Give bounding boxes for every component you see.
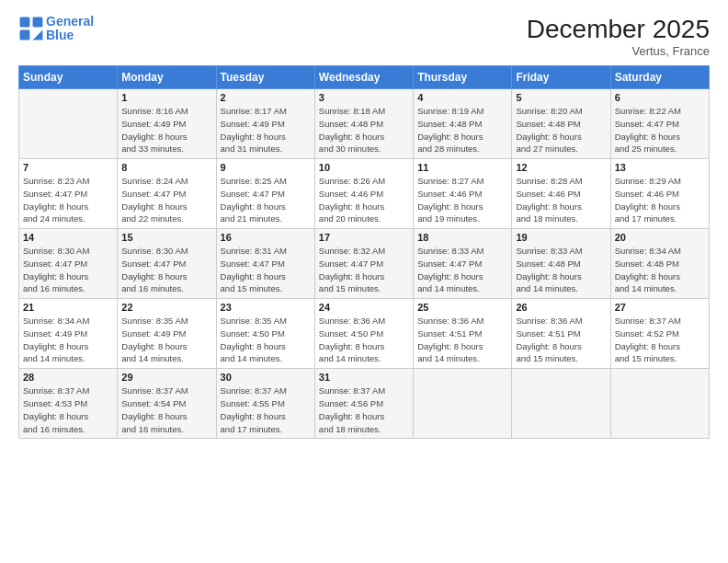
calendar-body: 1Sunrise: 8:16 AM Sunset: 4:49 PM Daylig…: [19, 89, 710, 439]
cell-w1-d6: 13Sunrise: 8:29 AM Sunset: 4:46 PM Dayli…: [610, 159, 709, 229]
cell-w3-d3: 24Sunrise: 8:36 AM Sunset: 4:50 PM Dayli…: [314, 299, 413, 369]
svg-marker-3: [33, 30, 43, 40]
cell-w2-d6: 20Sunrise: 8:34 AM Sunset: 4:48 PM Dayli…: [610, 229, 709, 299]
cell-w3-d1: 22Sunrise: 8:35 AM Sunset: 4:49 PM Dayli…: [118, 299, 216, 369]
day-info: Sunrise: 8:35 AM Sunset: 4:50 PM Dayligh…: [221, 315, 311, 365]
header-thursday: Thursday: [414, 66, 512, 89]
day-info: Sunrise: 8:30 AM Sunset: 4:47 PM Dayligh…: [121, 245, 211, 295]
cell-w0-d6: 6Sunrise: 8:22 AM Sunset: 4:47 PM Daylig…: [610, 89, 709, 159]
day-number: 2: [221, 92, 311, 103]
day-info: Sunrise: 8:36 AM Sunset: 4:50 PM Dayligh…: [319, 315, 409, 365]
day-info: Sunrise: 8:20 AM Sunset: 4:48 PM Dayligh…: [516, 105, 606, 155]
logo-text: General Blue: [46, 15, 94, 43]
day-info: Sunrise: 8:30 AM Sunset: 4:47 PM Dayligh…: [23, 245, 113, 295]
day-info: Sunrise: 8:22 AM Sunset: 4:47 PM Dayligh…: [615, 105, 705, 155]
day-info: Sunrise: 8:32 AM Sunset: 4:47 PM Dayligh…: [319, 245, 409, 295]
day-number: 1: [121, 92, 211, 103]
day-number: 8: [121, 162, 211, 173]
cell-w3-d5: 26Sunrise: 8:36 AM Sunset: 4:51 PM Dayli…: [512, 299, 610, 369]
day-number: 12: [516, 162, 606, 173]
day-number: 4: [417, 92, 507, 103]
cell-w2-d4: 18Sunrise: 8:33 AM Sunset: 4:47 PM Dayli…: [414, 229, 512, 299]
day-number: 11: [417, 162, 507, 173]
day-info: Sunrise: 8:34 AM Sunset: 4:48 PM Dayligh…: [615, 245, 705, 295]
cell-w3-d6: 27Sunrise: 8:37 AM Sunset: 4:52 PM Dayli…: [610, 299, 709, 369]
day-number: 25: [417, 302, 507, 313]
cell-w1-d0: 7Sunrise: 8:23 AM Sunset: 4:47 PM Daylig…: [19, 159, 118, 229]
header-wednesday: Wednesday: [314, 66, 413, 89]
cell-w1-d5: 12Sunrise: 8:28 AM Sunset: 4:46 PM Dayli…: [512, 159, 610, 229]
day-info: Sunrise: 8:33 AM Sunset: 4:48 PM Dayligh…: [516, 245, 606, 295]
day-info: Sunrise: 8:25 AM Sunset: 4:47 PM Dayligh…: [221, 175, 311, 225]
day-number: 18: [417, 232, 507, 243]
cell-w1-d3: 10Sunrise: 8:26 AM Sunset: 4:46 PM Dayli…: [314, 159, 413, 229]
cell-w0-d4: 4Sunrise: 8:19 AM Sunset: 4:48 PM Daylig…: [414, 89, 512, 159]
cell-w0-d5: 5Sunrise: 8:20 AM Sunset: 4:48 PM Daylig…: [512, 89, 610, 159]
day-number: 23: [221, 302, 311, 313]
day-number: 6: [615, 92, 705, 103]
cell-w3-d4: 25Sunrise: 8:36 AM Sunset: 4:51 PM Dayli…: [414, 299, 512, 369]
cell-w4-d3: 31Sunrise: 8:37 AM Sunset: 4:56 PM Dayli…: [314, 369, 413, 439]
location: Vertus, France: [527, 44, 710, 58]
cell-w4-d5: [512, 369, 610, 439]
day-info: Sunrise: 8:36 AM Sunset: 4:51 PM Dayligh…: [417, 315, 507, 365]
header: General Blue December 2025 Vertus, Franc…: [18, 15, 710, 58]
day-info: Sunrise: 8:37 AM Sunset: 4:54 PM Dayligh…: [121, 385, 211, 435]
day-info: Sunrise: 8:37 AM Sunset: 4:56 PM Dayligh…: [319, 385, 409, 435]
day-info: Sunrise: 8:34 AM Sunset: 4:49 PM Dayligh…: [23, 315, 113, 365]
title-block: December 2025 Vertus, France: [527, 15, 710, 58]
day-number: 3: [319, 92, 409, 103]
month-title: December 2025: [527, 15, 710, 44]
day-number: 29: [121, 372, 211, 383]
day-number: 5: [516, 92, 606, 103]
cell-w4-d4: [414, 369, 512, 439]
calendar-header: Sunday Monday Tuesday Wednesday Thursday…: [19, 66, 710, 89]
day-number: 19: [516, 232, 606, 243]
day-info: Sunrise: 8:26 AM Sunset: 4:46 PM Dayligh…: [319, 175, 409, 225]
day-number: 13: [615, 162, 705, 173]
cell-w4-d0: 28Sunrise: 8:37 AM Sunset: 4:53 PM Dayli…: [19, 369, 118, 439]
logo: General Blue: [18, 15, 94, 43]
svg-rect-0: [20, 17, 30, 28]
cell-w0-d2: 2Sunrise: 8:17 AM Sunset: 4:49 PM Daylig…: [216, 89, 314, 159]
cell-w4-d6: [610, 369, 709, 439]
cell-w2-d3: 17Sunrise: 8:32 AM Sunset: 4:47 PM Dayli…: [314, 229, 413, 299]
day-info: Sunrise: 8:37 AM Sunset: 4:55 PM Dayligh…: [221, 385, 311, 435]
week-row-0: 1Sunrise: 8:16 AM Sunset: 4:49 PM Daylig…: [19, 89, 710, 159]
day-info: Sunrise: 8:17 AM Sunset: 4:49 PM Dayligh…: [221, 105, 311, 155]
cell-w2-d5: 19Sunrise: 8:33 AM Sunset: 4:48 PM Dayli…: [512, 229, 610, 299]
day-info: Sunrise: 8:29 AM Sunset: 4:46 PM Dayligh…: [615, 175, 705, 225]
header-friday: Friday: [512, 66, 610, 89]
svg-rect-2: [20, 30, 30, 40]
week-row-1: 7Sunrise: 8:23 AM Sunset: 4:47 PM Daylig…: [19, 159, 710, 229]
svg-rect-1: [33, 17, 43, 28]
logo-line2: Blue: [46, 28, 74, 42]
cell-w3-d2: 23Sunrise: 8:35 AM Sunset: 4:50 PM Dayli…: [216, 299, 314, 369]
day-info: Sunrise: 8:35 AM Sunset: 4:49 PM Dayligh…: [121, 315, 211, 365]
day-info: Sunrise: 8:28 AM Sunset: 4:46 PM Dayligh…: [516, 175, 606, 225]
day-info: Sunrise: 8:36 AM Sunset: 4:51 PM Dayligh…: [516, 315, 606, 365]
day-info: Sunrise: 8:37 AM Sunset: 4:53 PM Dayligh…: [23, 385, 113, 435]
day-number: 24: [319, 302, 409, 313]
day-number: 26: [516, 302, 606, 313]
day-number: 7: [23, 162, 113, 173]
day-number: 30: [221, 372, 311, 383]
header-row: Sunday Monday Tuesday Wednesday Thursday…: [19, 66, 710, 89]
cell-w2-d2: 16Sunrise: 8:31 AM Sunset: 4:47 PM Dayli…: [216, 229, 314, 299]
day-number: 9: [221, 162, 311, 173]
week-row-4: 28Sunrise: 8:37 AM Sunset: 4:53 PM Dayli…: [19, 369, 710, 439]
logo-line1: General: [46, 14, 94, 29]
day-info: Sunrise: 8:18 AM Sunset: 4:48 PM Dayligh…: [319, 105, 409, 155]
cell-w1-d1: 8Sunrise: 8:24 AM Sunset: 4:47 PM Daylig…: [118, 159, 216, 229]
cell-w0-d0: [19, 89, 118, 159]
cell-w0-d1: 1Sunrise: 8:16 AM Sunset: 4:49 PM Daylig…: [118, 89, 216, 159]
cell-w1-d2: 9Sunrise: 8:25 AM Sunset: 4:47 PM Daylig…: [216, 159, 314, 229]
header-saturday: Saturday: [610, 66, 709, 89]
day-number: 21: [23, 302, 113, 313]
week-row-2: 14Sunrise: 8:30 AM Sunset: 4:47 PM Dayli…: [19, 229, 710, 299]
cell-w0-d3: 3Sunrise: 8:18 AM Sunset: 4:48 PM Daylig…: [314, 89, 413, 159]
day-number: 16: [221, 232, 311, 243]
header-tuesday: Tuesday: [216, 66, 314, 89]
day-number: 22: [121, 302, 211, 313]
day-info: Sunrise: 8:27 AM Sunset: 4:46 PM Dayligh…: [417, 175, 507, 225]
